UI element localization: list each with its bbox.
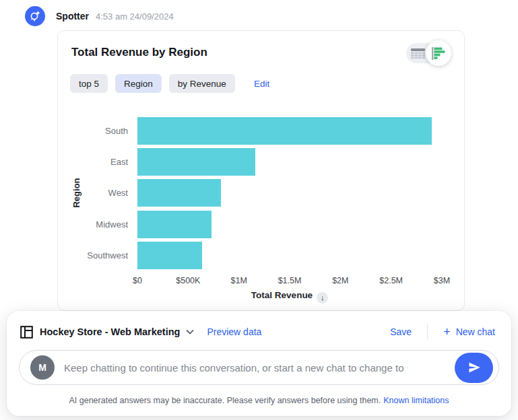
table-icon — [411, 48, 426, 59]
x-tick-label: $0 — [133, 276, 142, 285]
x-tick-label: $1M — [230, 276, 247, 285]
chart-row: Midwest — [58, 209, 464, 240]
bar-track — [137, 242, 442, 269]
x-tick-label: $2M — [332, 276, 348, 285]
known-limitations-link[interactable]: Known limitations — [383, 396, 449, 405]
chart-rows: SouthEastWestMidwestSouthwest — [58, 115, 464, 271]
chart-row: West — [58, 178, 464, 209]
chevron-down-icon[interactable] — [186, 329, 194, 335]
user-avatar: M — [30, 355, 55, 380]
chart-row: Southwest — [58, 240, 464, 271]
chart-row: South — [58, 115, 464, 146]
spotter-bulb-icon — [29, 10, 41, 22]
chat-input-container: M — [19, 350, 499, 385]
token-region[interactable]: Region — [115, 74, 162, 93]
plus-icon: + — [443, 326, 451, 338]
spotter-avatar — [25, 6, 45, 26]
bar[interactable] — [137, 117, 432, 145]
send-icon — [467, 361, 481, 374]
sort-descending-icon[interactable]: ↓ — [317, 292, 328, 304]
bar[interactable] — [137, 211, 212, 238]
worksheet-icon — [20, 326, 33, 339]
send-button[interactable] — [455, 353, 493, 383]
x-axis-title: Total Revenue↓ — [137, 290, 442, 304]
bar-track — [137, 211, 442, 238]
preview-data-link[interactable]: Preview data — [207, 326, 261, 337]
answer-card: Total Revenue by Region — [57, 30, 465, 311]
new-chat-label: New chat — [456, 326, 495, 337]
category-label: Midwest — [58, 219, 137, 230]
category-label: East — [58, 157, 137, 167]
view-toggle — [406, 43, 448, 63]
chat-input[interactable] — [64, 362, 455, 374]
category-label: Southwest — [58, 250, 137, 260]
new-chat-button[interactable]: + New chat — [443, 326, 495, 338]
category-label: South — [58, 126, 137, 136]
token-top5[interactable]: top 5 — [70, 74, 108, 93]
datasource-toolbar: Hockey Store - Web Marketing Preview dat… — [20, 320, 495, 343]
bar-track — [137, 148, 442, 176]
x-tick-label: $2.5M — [379, 276, 403, 285]
x-axis-ticks: $0$500K$1M$1.5M$2M$2.5M$3M — [137, 276, 442, 287]
message-timestamp: 4:53 am 24/09/2024 — [96, 11, 174, 22]
chart-view-button[interactable] — [426, 40, 451, 66]
bar-track — [137, 117, 442, 145]
sender-name: Spotter — [56, 11, 89, 22]
save-button[interactable]: Save — [390, 326, 412, 337]
toolbar-divider — [427, 324, 428, 339]
chat-panel: Hockey Store - Web Marketing Preview dat… — [7, 311, 511, 416]
ai-disclaimer: AI generated answers may be inaccurate. … — [7, 396, 511, 405]
x-tick-label: $1.5M — [278, 276, 302, 285]
bar[interactable] — [137, 242, 202, 269]
bar-chart-icon — [432, 47, 445, 60]
chart-row: East — [58, 146, 464, 177]
x-tick-label: $3M — [434, 276, 450, 285]
answer-title: Total Revenue by Region — [71, 46, 207, 59]
bar[interactable] — [137, 148, 255, 176]
disclaimer-text: AI generated answers may be inaccurate. … — [69, 396, 381, 405]
table-view-button[interactable] — [410, 47, 426, 59]
bar-track — [137, 179, 442, 207]
x-tick-label: $500K — [176, 276, 200, 285]
category-label: West — [58, 188, 137, 198]
query-token-row: top 5 Region by Revenue Edit — [70, 74, 269, 93]
token-by-revenue[interactable]: by Revenue — [169, 74, 235, 93]
x-axis-title-label: Total Revenue — [251, 290, 313, 300]
bar[interactable] — [137, 179, 221, 207]
edit-link[interactable]: Edit — [254, 79, 269, 89]
datasource-name[interactable]: Hockey Store - Web Marketing — [40, 326, 180, 337]
message-header: Spotter 4:53 am 24/09/2024 — [25, 6, 174, 26]
